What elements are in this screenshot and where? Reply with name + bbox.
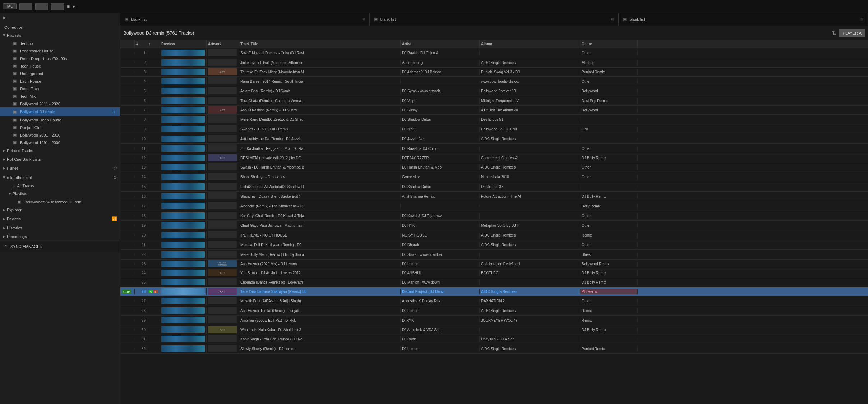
sidebar-item-tech-house[interactable]: ▣ Tech House: [0, 62, 120, 70]
table-row[interactable]: 14 Bhool Bhulaiya - Groovedev Groovedev …: [120, 172, 868, 182]
panel-1-icon: ▣: [125, 17, 128, 22]
row-artwork: [207, 334, 239, 344]
sidebar-item-punjabi-club[interactable]: ▣ Punjabi Club: [0, 124, 120, 131]
table-row[interactable]: 3 ART Thumka Ft. Zack Night (Moombahton …: [120, 68, 868, 77]
recordings-header[interactable]: ▶ Recordings: [0, 232, 120, 241]
row-num: 8: [135, 117, 147, 122]
table-row[interactable]: 16 Shanghai - Duaa ( Silent Stroke Edit …: [120, 192, 868, 201]
table-row[interactable]: 12 ART DESI MEM ( private edit 2012 ) by…: [120, 153, 868, 162]
table-row[interactable]: 11 Zor Ka Jhatka - Reggaeton Mix - DJ Ra…: [120, 144, 868, 153]
sidebar-item-retro-deep-house[interactable]: ▣ Retro Deep House70s-90s: [0, 55, 120, 62]
header-panels-row: ▣ blank list ⊞ ▣ blank list ⊞ ▣ blank li…: [120, 13, 868, 26]
table-row[interactable]: 32 Slowly Slowly (Remix) - DJ Lemon DJ L…: [120, 344, 868, 354]
sort-arrows[interactable]: ⇅: [832, 29, 836, 36]
table-row[interactable]: 22 Mere Gully Mein ( Remix ) bb - Dj Smi…: [120, 250, 868, 260]
table-row[interactable]: 4 Rang Barse - 2014 Remix - South India …: [120, 77, 868, 86]
track-table[interactable]: # ↑ Preview Artwork Track Title Artist A…: [120, 40, 868, 404]
histories-header[interactable]: ▶ Histories: [0, 224, 120, 232]
playlists-label: Playlists: [7, 33, 117, 37]
row-preview: [160, 106, 207, 114]
table-row[interactable]: 19 Chad Gayo Papi Bichuwa - Madhumati DJ…: [120, 221, 868, 230]
sidebar-item-deep-tech[interactable]: ▣ Deep Tech: [0, 85, 120, 92]
list-icon[interactable]: ≡: [67, 4, 70, 9]
sidebar-item-progressive-house[interactable]: ▣ Progressive House: [0, 47, 120, 55]
devices-header[interactable]: ▶ Devices 📶: [0, 214, 120, 224]
playlist-icon: ▣: [13, 94, 18, 98]
sidebar-item-latin-house[interactable]: ▣ Latin House: [0, 77, 120, 85]
explorer-header[interactable]: ▶ Explorer: [0, 206, 120, 214]
view-button-1[interactable]: [19, 3, 32, 10]
row-artist: DJ ANSHUL: [401, 270, 480, 276]
sync-manager[interactable]: ↻ SYNC MANAGER: [0, 241, 120, 252]
col-genre[interactable]: Genre: [580, 40, 638, 48]
row-sort: [147, 215, 160, 216]
cue-cell: [120, 109, 135, 111]
sidebar-item-tech-mix[interactable]: ▣ Tech Mix: [0, 92, 120, 100]
rb-playlists-header[interactable]: ▶ Playlists: [0, 189, 120, 198]
view-button-3[interactable]: [51, 3, 64, 10]
sidebar-item-underground[interactable]: ▣ Underground: [0, 70, 120, 77]
sidebar-item-bollywood-2001[interactable]: ▣ Bollywood 2001 - 2010: [0, 131, 120, 139]
tag-button[interactable]: TAG: [3, 3, 17, 9]
table-row[interactable]: 8 Mere Rang Mein(DJ Zeetwo & DJ Shad DJ …: [120, 115, 868, 124]
table-row[interactable]: 20 IPL THEME - NOISY HOUSE NOISY HOUSE A…: [120, 230, 868, 240]
row-album: [480, 52, 580, 54]
table-row[interactable]: 6 Tera Ghata (Remix) - Gajendra Verma - …: [120, 96, 868, 106]
sidebar-item-bollywood-deep-house[interactable]: ▣ Bollywood Deep House: [0, 116, 120, 124]
table-row[interactable]: 1 SukhE Muzical Doctorz - Coka (DJ Ravi …: [120, 48, 868, 58]
related-tracks-header[interactable]: ▶ Related Tracks: [0, 146, 120, 155]
col-title[interactable]: Track Title: [239, 40, 401, 48]
table-row[interactable]: 28 Aao Huzoor Tumko (Remix) - Punjab - D…: [120, 306, 868, 316]
table-row[interactable]: 5 Aslam Bhai (Remix) - DJ Syrah DJ Syrah…: [120, 86, 868, 96]
table-row[interactable]: 9 Swades - DJ NYK LoFi Remix DJ NYK Boll…: [120, 124, 868, 134]
chevron-icon[interactable]: ▾: [73, 4, 75, 9]
table-row[interactable]: 2 Jinke Liye x Filhall (Mashup) - Afterm…: [120, 58, 868, 68]
sidebar-item-techno[interactable]: ▣ Techno: [0, 40, 120, 47]
rb-playlists-label: Playlists: [13, 192, 117, 196]
col-artist[interactable]: Artist: [401, 40, 480, 48]
table-row[interactable]: 25 Chogada (Dance Remix) bb - Loveyatri …: [120, 277, 868, 287]
col-sort[interactable]: ↑: [147, 40, 160, 48]
sidebar-collapse[interactable]: ▶: [0, 13, 120, 22]
table-row[interactable]: 18 Kar Gayi Chull Remix - DJ Kawal & Tej…: [120, 211, 868, 221]
row-artist: DJ HYK: [401, 223, 480, 228]
table-row[interactable]: 10 Jatt Ludhiyane Da (Remix) - DJ Jazzie…: [120, 134, 868, 144]
sidebar-item-rb-playlist[interactable]: ▣ Bollywood%%Bollywood DJ remi: [0, 198, 120, 206]
table-row[interactable]: 30 ART Who Ladki Hain Kaha - DJ Abhishek…: [120, 325, 868, 334]
itunes-header[interactable]: ▶ iTunes ⚙: [0, 164, 120, 173]
recordings-expand-icon: ▶: [3, 235, 5, 238]
table-row[interactable]: 27 Musafir Feat (Atif Aslam & Arijit Sin…: [120, 296, 868, 306]
player-a-button[interactable]: PLAYER A: [839, 29, 865, 37]
rekordbox-gear-icon[interactable]: ⚙: [113, 175, 117, 180]
hot-cue-header[interactable]: ▶ Hot Cue Bank Lists: [0, 155, 120, 164]
row-title: Musafir Feat (Atif Aslam & Arijit Singh): [239, 298, 401, 304]
playlists-header[interactable]: ▶ Playlists: [0, 31, 120, 40]
view-button-2[interactable]: [35, 3, 48, 10]
table-row[interactable]: 23 COLLABORATION Aao Huzoor (2020 Mix) -…: [120, 260, 868, 268]
table-row[interactable]: 7 ART Aap Ki Kashish (Remix) - DJ Sunny …: [120, 106, 868, 115]
table-row[interactable]: 15 Laila(Shootout At Wadala)DJ Shadow D …: [120, 182, 868, 192]
punjabi-club-label: Punjabi Club: [20, 125, 116, 130]
sidebar-item-bollywood-dj-remix[interactable]: ▣ Bollywood DJ remix +: [0, 107, 120, 116]
col-album[interactable]: Album: [480, 40, 580, 48]
sidebar-item-all-tracks[interactable]: ♪ All Tracks: [0, 182, 120, 189]
row-sort: [147, 196, 160, 197]
row-preview: [160, 278, 207, 286]
sidebar-item-bollywood-2011[interactable]: ▣ Bollywood 2011 - 2020: [0, 100, 120, 107]
table-row[interactable]: 24 ART Yeh Sama _ DJ Anshul _ Lovers 201…: [120, 268, 868, 277]
col-num[interactable]: #: [135, 40, 147, 48]
sidebar-item-bollywood-1991[interactable]: ▣ Bollywood 1991 - 2000: [0, 139, 120, 146]
table-row[interactable]: 31 Kabir Singh - Tera Ban Jaunga ( DJ Ro…: [120, 334, 868, 344]
table-row[interactable]: 21 Mumbai Dilli Di Kudiyaan (Remix) - DJ…: [120, 240, 868, 250]
add-playlist-button[interactable]: +: [113, 109, 116, 115]
itunes-gear-icon[interactable]: ⚙: [113, 166, 117, 171]
row-title: SukhE Muzical Doctorz - Coka (DJ Ravi: [239, 50, 401, 56]
table-row[interactable]: 17 Alcoholic (Remix) - The Shaukeens - D…: [120, 201, 868, 211]
table-row[interactable]: 29 Amplifier (2000w Edit Mix) - Dj Ryk D…: [120, 316, 868, 325]
table-row-selected[interactable]: CUE 26 A B ART Tere Yaar bathere Sakhiya…: [120, 287, 868, 296]
row-artwork: [207, 134, 239, 143]
row-artwork: [207, 86, 239, 96]
row-title: Jinke Liye x Filhall (Mashup) - Aftermor: [239, 60, 401, 65]
rekordbox-header[interactable]: ▶ rekordbox.xml ⚙: [0, 173, 120, 182]
table-row[interactable]: 13 Swalla - DJ Harsh Bhutani & Moomba B …: [120, 162, 868, 172]
